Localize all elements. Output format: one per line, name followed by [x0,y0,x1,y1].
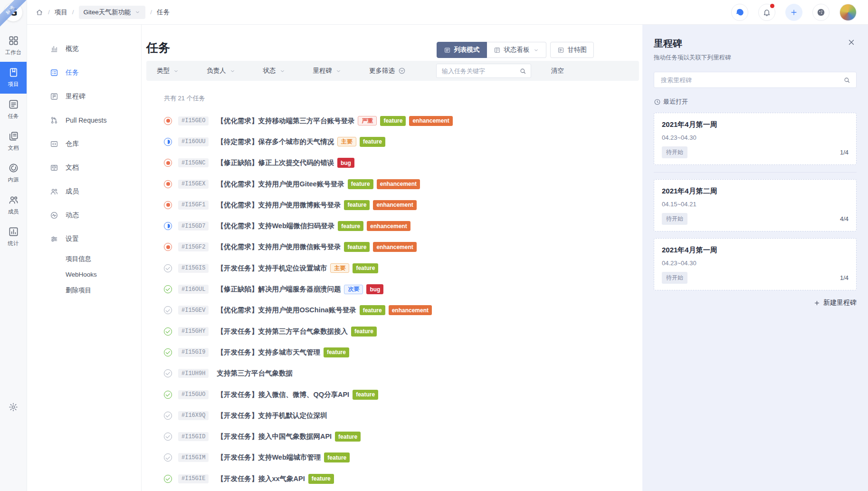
filter-dropdown-0[interactable]: 类型 [157,67,179,75]
task-row[interactable]: #I16X9Q 【开发任务】支持手机默认定位深圳 [164,405,639,426]
task-title[interactable]: 【开发任务】接入中国气象数据网API [217,432,332,441]
tag-feature[interactable]: feature [344,200,370,210]
tag-主要[interactable]: 主要 [330,263,349,273]
filter-dropdown-2[interactable]: 状态 [263,67,286,75]
task-id[interactable]: #I16X9Q [178,411,209,420]
task-id[interactable]: #I16OUL [178,285,209,294]
task-row[interactable]: #I15GIM 【开发任务】支持Web端城市管理 feature [164,447,639,468]
task-row[interactable]: #I15GNC 【修正缺陷】修正上次提交代码的错误 bug [164,153,639,173]
tag-次要[interactable]: 次要 [344,285,363,294]
task-row[interactable]: #I15GUO 【开发任务】接入微信、微博、QQ分享API feature [164,384,639,405]
sidebar-item-pull-requests[interactable]: Pull Requests [27,108,141,132]
tag-feature[interactable]: feature [324,452,350,462]
task-id[interactable]: #I1UH9H [178,369,209,378]
tag-enhancement[interactable]: enhancement [409,116,452,126]
tag-feature[interactable]: feature [338,221,363,231]
tag-feature[interactable]: feature [335,432,361,442]
task-row[interactable]: #I15GF1 【优化需求】支持用户使用微博账号登录 featureenhanc… [164,194,639,215]
task-id[interactable]: #I15GF2 [178,242,209,251]
task-search-input[interactable] [441,67,519,75]
tag-enhancement[interactable]: enhancement [373,200,416,210]
task-title[interactable]: 【开发任务】支持手机默认定位深圳 [217,411,327,420]
milestone-card[interactable]: 2021年4月第二周 04.15~04.21 待开始 4/4 [654,179,857,231]
task-id[interactable]: #I15GUO [178,390,209,399]
task-row[interactable]: #I16OUU 【待定需求】保存多个城市的天气情况 主要feature [164,131,639,152]
view-mode-gantt[interactable]: 甘特图 [550,42,594,58]
support-button[interactable] [731,4,748,21]
task-id[interactable]: #I15GNC [178,158,209,167]
filter-dropdown-1[interactable]: 负责人 [207,67,236,75]
task-row[interactable]: #I15GHY 【开发任务】支持第三方平台气象数据接入 feature [164,321,639,342]
tag-enhancement[interactable]: enhancement [367,221,410,231]
task-title[interactable]: 【优化需求】支持用户使用Gitee账号登录 [217,180,344,189]
view-mode-kanban[interactable]: 状态看板 [487,42,546,58]
sidebar-subitem-project-info[interactable]: 项目信息 [27,251,141,267]
settings-gear-icon[interactable] [9,402,19,412]
task-row[interactable]: #I15GEO 【优化需求】支持移动端第三方平台账号登录 严重featureen… [164,110,639,131]
view-mode-list[interactable]: 列表模式 [437,42,487,58]
task-id[interactable]: #I15GID [178,432,209,441]
tag-feature[interactable]: feature [344,242,370,252]
tag-feature[interactable]: feature [308,474,334,484]
task-id[interactable]: #I15GF1 [178,201,209,210]
task-id[interactable]: #I15GEO [178,116,209,125]
task-title[interactable]: 【优化需求】支持用户使用微博账号登录 [217,201,341,210]
tag-enhancement[interactable]: enhancement [377,179,420,189]
task-row[interactable]: #I16OUL 【修正缺陷】解决用户端服务器崩溃问题 次要bug [164,279,639,299]
tag-feature[interactable]: feature [380,116,406,126]
create-button[interactable] [785,4,802,21]
project-switcher[interactable]: Gitee天气新功能 [79,6,146,19]
home-icon[interactable] [36,9,43,16]
task-row[interactable]: #I15GID 【开发任务】接入中国气象数据网API feature [164,426,639,447]
rail-item-insource[interactable]: 内源 [0,157,27,189]
sidebar-item-activity[interactable]: 动态 [27,203,141,227]
rail-item-tasks[interactable]: 任务 [0,94,27,125]
theme-button[interactable] [812,4,830,21]
rail-item-docs[interactable]: 文档 [0,125,27,157]
task-row[interactable]: #I15GIS 【开发任务】支持手机定位设置城市 主要feature [164,258,639,279]
tag-feature[interactable]: feature [353,390,378,400]
avatar[interactable] [839,4,857,21]
close-icon[interactable] [847,38,856,47]
task-title[interactable]: 【优化需求】支持Web端微信扫码登录 [217,221,334,231]
tag-bug[interactable]: bug [366,284,383,294]
tag-feature[interactable]: feature [360,137,385,147]
tag-feature[interactable]: feature [353,263,378,273]
tag-主要[interactable]: 主要 [337,137,356,146]
tag-feature[interactable]: feature [360,305,385,315]
task-id[interactable]: #I15GEX [178,180,209,189]
task-id[interactable]: #I15GI9 [178,348,209,357]
new-milestone-button[interactable]: 新建里程碑 [654,298,857,307]
task-title[interactable]: 【开发任务】支持Web端城市管理 [217,453,321,462]
notifications-button[interactable] [758,4,775,21]
tag-严重[interactable]: 严重 [358,116,377,125]
task-row[interactable]: #I1UH9H 支持第三方平台气象数据 [164,363,639,384]
task-id[interactable]: #I15GD7 [178,221,209,231]
task-title[interactable]: 【开发任务】支持多城市天气管理 [217,348,320,357]
task-row[interactable]: #I15GEX 【优化需求】支持用户使用Gitee账号登录 featureenh… [164,173,639,194]
breadcrumb-projects-link[interactable]: 项目 [55,8,67,17]
task-title[interactable]: 【开发任务】接入微信、微博、QQ分享API [217,390,349,399]
tag-feature[interactable]: feature [324,347,349,357]
task-id[interactable]: #I15GHY [178,327,209,336]
task-id[interactable]: #I16OUU [178,137,209,146]
task-title[interactable]: 【开发任务】支持第三方平台气象数据接入 [217,327,348,336]
sidebar-subitem-webhooks[interactable]: WebHooks [27,267,141,282]
sidebar-item-repository[interactable]: 仓库 [27,132,141,156]
tag-enhancement[interactable]: enhancement [389,305,432,315]
milestone-search-input[interactable] [660,76,843,84]
task-title[interactable]: 【开发任务】支持手机定位设置城市 [217,264,327,273]
milestone-card[interactable]: 2021年4月第一周 04.23~04.30 待开始 1/4 [654,238,857,290]
task-title[interactable]: 【优化需求】支持用户使用微信账号登录 [217,242,341,251]
task-row[interactable]: #I15GEV 【优化需求】支持用户使用OSChina账号登录 featuree… [164,300,639,321]
task-id[interactable]: #I15GEV [178,306,209,315]
tag-feature[interactable]: feature [348,179,373,189]
clear-filters-button[interactable]: 清空 [551,67,564,75]
tag-enhancement[interactable]: enhancement [373,242,416,252]
rail-item-members[interactable]: 成员 [0,189,27,221]
task-row[interactable]: #I15GI9 【开发任务】支持多城市天气管理 feature [164,342,639,363]
task-title[interactable]: 【待定需求】保存多个城市的天气情况 [217,137,334,146]
rail-item-projects[interactable]: 项目 [0,62,27,94]
filter-dropdown-3[interactable]: 里程碑 [313,67,342,75]
task-title[interactable]: 【修正缺陷】解决用户端服务器崩溃问题 [217,285,341,294]
